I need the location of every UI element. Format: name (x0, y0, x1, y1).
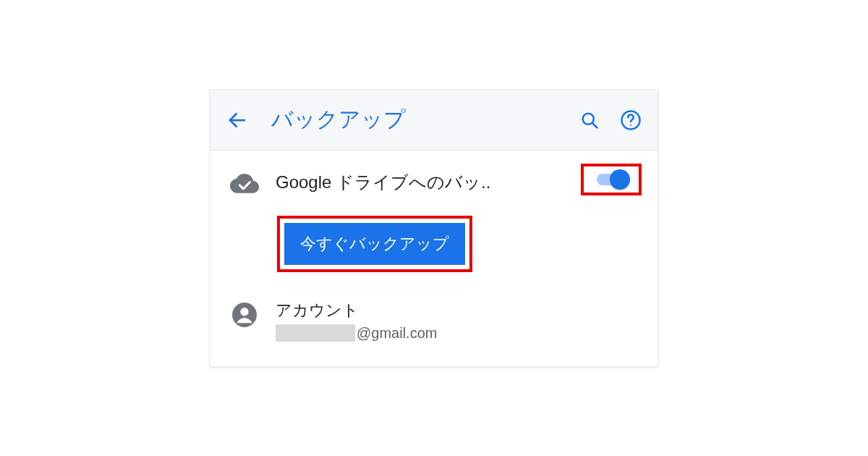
account-label: アカウント (276, 300, 642, 321)
email-domain: @gmail.com (357, 325, 437, 342)
app-header: バックアップ (210, 90, 658, 151)
help-icon[interactable] (620, 109, 642, 131)
backup-setting-body[interactable]: Google ドライブへのバッ.. (263, 171, 574, 194)
backup-now-button[interactable]: 今すぐバックアップ (284, 223, 465, 265)
account-email: @gmail.com (276, 324, 642, 342)
svg-line-2 (592, 122, 597, 127)
settings-panel: バックアップ (210, 89, 658, 367)
backup-toggle[interactable] (592, 172, 630, 187)
toggle-highlight-box (581, 164, 642, 195)
svg-point-4 (630, 124, 631, 125)
back-arrow-icon[interactable] (226, 109, 248, 131)
content-area: Google ドライブへのバッ.. 今すぐバックアップ (210, 151, 658, 366)
header-actions (579, 109, 642, 131)
backup-toggle-row: Google ドライブへのバッ.. (210, 151, 658, 195)
redacted-username (276, 324, 355, 342)
account-row[interactable]: アカウント @gmail.com (210, 278, 658, 366)
backup-button-row: 今すぐバックアップ (210, 195, 658, 278)
svg-point-6 (240, 308, 248, 316)
cloud-done-icon (226, 171, 263, 195)
account-icon (226, 300, 263, 327)
backup-drive-label: Google ドライブへのバッ.. (276, 171, 493, 194)
button-highlight-box: 今すぐバックアップ (277, 216, 472, 272)
search-icon[interactable] (579, 110, 600, 130)
page-title: バックアップ (271, 105, 579, 135)
